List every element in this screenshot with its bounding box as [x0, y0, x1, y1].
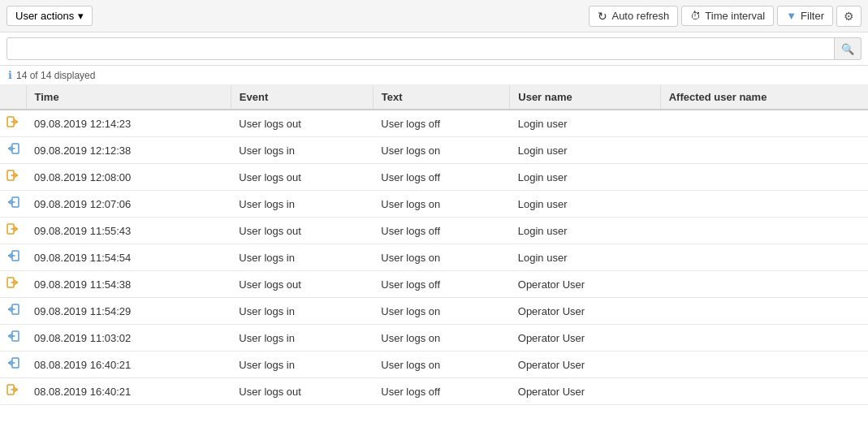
col-username[interactable]: User name: [510, 85, 660, 110]
row-time: 08.08.2019 16:40:21: [26, 352, 231, 378]
row-username: Login user: [510, 244, 660, 271]
search-bar: 🔍: [0, 32, 868, 66]
row-icon-cell: [0, 244, 26, 271]
table-row: 08.08.2019 16:40:21User logs outUser log…: [0, 378, 868, 405]
row-affected-user: [660, 271, 868, 298]
row-affected-user: [660, 218, 868, 244]
refresh-icon: ↻: [598, 10, 607, 23]
row-icon-cell: [0, 271, 26, 298]
logout-icon: [6, 385, 19, 399]
row-affected-user: [660, 298, 868, 325]
row-affected-user: [660, 378, 868, 405]
settings-icon: ⚙: [844, 10, 854, 23]
row-username: Operator User: [510, 325, 660, 352]
table-row: 09.08.2019 11:54:29User logs inUser logs…: [0, 298, 868, 325]
row-event: User logs out: [231, 271, 373, 298]
row-text: User logs on: [373, 352, 509, 378]
table-row: 09.08.2019 11:54:38User logs outUser log…: [0, 271, 868, 298]
row-event: User logs out: [231, 218, 373, 244]
row-text: User logs off: [373, 271, 509, 298]
row-text: User logs off: [373, 164, 509, 191]
clock-icon: ⏱: [690, 10, 701, 22]
row-time: 09.08.2019 11:03:02: [26, 325, 231, 352]
login-icon: [6, 304, 19, 318]
row-event: User logs in: [231, 325, 373, 352]
row-time: 08.08.2019 16:40:21: [26, 378, 231, 405]
search-input[interactable]: [6, 37, 835, 60]
row-icon-cell: [0, 325, 26, 352]
search-icon: 🔍: [841, 43, 854, 55]
table-header-row: Time Event Text User name Affected user …: [0, 85, 868, 110]
row-time: 09.08.2019 11:55:43: [26, 218, 231, 244]
row-event: User logs in: [231, 244, 373, 271]
row-text: User logs off: [373, 218, 509, 244]
col-event[interactable]: Event: [231, 85, 373, 110]
time-interval-label: Time interval: [705, 10, 765, 22]
row-icon-cell: [0, 137, 26, 164]
row-username: Operator User: [510, 352, 660, 378]
row-text: User logs on: [373, 244, 509, 271]
row-event: User logs in: [231, 137, 373, 164]
row-affected-user: [660, 137, 868, 164]
table-row: 09.08.2019 11:55:43User logs outUser log…: [0, 218, 868, 244]
row-icon-cell: [0, 110, 26, 137]
table-row: 09.08.2019 11:03:02User logs inUser logs…: [0, 325, 868, 352]
table-row: 09.08.2019 12:07:06User logs inUser logs…: [0, 191, 868, 218]
dropdown-arrow-icon: ▾: [78, 10, 84, 22]
row-username: Login user: [510, 164, 660, 191]
logout-icon: [6, 117, 19, 131]
row-event: User logs out: [231, 378, 373, 405]
row-text: User logs off: [373, 378, 509, 405]
row-affected-user: [660, 352, 868, 378]
auto-refresh-button[interactable]: ↻ Auto refresh: [589, 6, 678, 27]
logout-icon: [6, 278, 19, 291]
login-icon: [6, 144, 19, 157]
info-icon: ℹ: [8, 69, 12, 81]
col-affected-user[interactable]: Affected user name: [660, 85, 868, 110]
row-text: User logs on: [373, 137, 509, 164]
row-time: 09.08.2019 11:54:38: [26, 271, 231, 298]
user-actions-dropdown[interactable]: User actions ▾: [6, 6, 93, 26]
row-time: 09.08.2019 12:07:06: [26, 191, 231, 218]
row-affected-user: [660, 164, 868, 191]
login-icon: [6, 358, 19, 372]
row-icon-cell: [0, 191, 26, 218]
row-icon-cell: [0, 352, 26, 378]
row-username: Operator User: [510, 298, 660, 325]
table-row: 08.08.2019 16:40:21User logs inUser logs…: [0, 352, 868, 378]
settings-button[interactable]: ⚙: [836, 6, 862, 27]
row-username: Operator User: [510, 378, 660, 405]
row-time: 09.08.2019 12:12:38: [26, 137, 231, 164]
user-actions-label: User actions: [15, 10, 74, 22]
col-icon: [0, 85, 26, 110]
table-container[interactable]: Time Event Text User name Affected user …: [0, 85, 868, 407]
row-username: Operator User: [510, 271, 660, 298]
logout-icon: [6, 170, 19, 184]
col-time[interactable]: Time: [26, 85, 231, 110]
events-table: Time Event Text User name Affected user …: [0, 85, 868, 405]
filter-button[interactable]: ▼ Filter: [777, 6, 833, 26]
row-text: User logs on: [373, 325, 509, 352]
row-event: User logs out: [231, 164, 373, 191]
auto-refresh-label: Auto refresh: [611, 10, 669, 22]
row-affected-user: [660, 191, 868, 218]
row-text: User logs on: [373, 191, 509, 218]
row-affected-user: [660, 110, 868, 137]
row-event: User logs in: [231, 352, 373, 378]
row-event: User logs in: [231, 191, 373, 218]
row-time: 09.08.2019 11:54:29: [26, 298, 231, 325]
status-text: 14 of 14 displayed: [16, 70, 95, 81]
row-username: Login user: [510, 137, 660, 164]
row-text: User logs off: [373, 110, 509, 137]
toolbar-right: ↻ Auto refresh ⏱ Time interval ▼ Filter …: [589, 6, 862, 27]
search-button[interactable]: 🔍: [835, 37, 862, 60]
row-event: User logs out: [231, 110, 373, 137]
row-time: 09.08.2019 11:54:54: [26, 244, 231, 271]
col-text[interactable]: Text: [373, 85, 509, 110]
row-username: Login user: [510, 110, 660, 137]
login-icon: [6, 331, 19, 345]
time-interval-button[interactable]: ⏱ Time interval: [681, 6, 774, 26]
row-affected-user: [660, 325, 868, 352]
row-username: Login user: [510, 191, 660, 218]
row-affected-user: [660, 244, 868, 271]
